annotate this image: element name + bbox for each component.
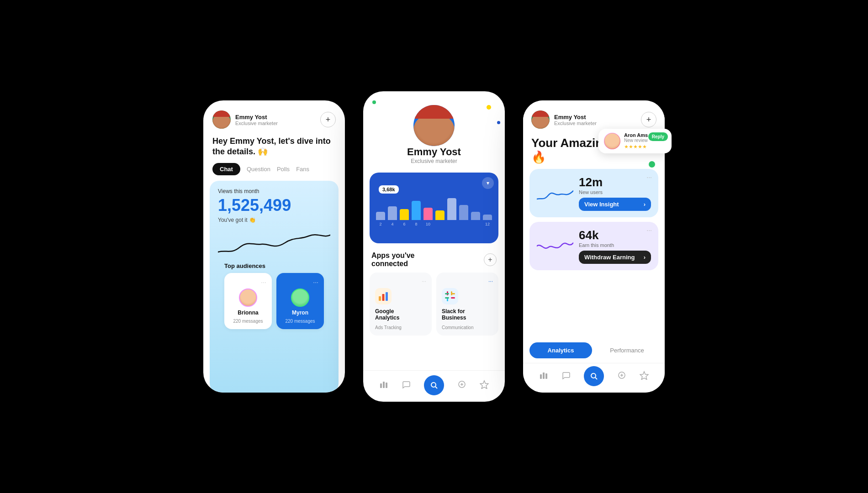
app-card-slack[interactable]: ··· Slack forBusiness Communica	[436, 273, 498, 336]
star-rating: ★★★★★	[624, 144, 648, 150]
nav-star-icon[interactable]	[480, 380, 489, 391]
svg-rect-18	[540, 374, 542, 379]
avatar	[413, 105, 455, 146]
earnings-sparkline	[537, 235, 573, 257]
dot-yellow	[487, 105, 491, 110]
svg-rect-12	[383, 382, 385, 388]
audience-name: Brionna	[238, 309, 258, 316]
svg-rect-20	[545, 373, 547, 379]
x-label: 10	[423, 222, 433, 226]
x-label: 6	[400, 222, 409, 226]
user-name: Emmy Yost	[554, 114, 636, 121]
audience-card-brionna[interactable]: ··· Brionna 220 messages	[224, 273, 272, 329]
tab-performance[interactable]: Performance	[596, 342, 658, 358]
audience-card-myron[interactable]: ··· Myron 220 messages	[276, 273, 324, 329]
app-menu-dots[interactable]: ···	[422, 278, 426, 284]
phone2-nav	[363, 370, 505, 402]
x-label	[435, 222, 445, 226]
phone-1: Emmy Yost Exclusive marketer + Hey Emmy …	[203, 100, 345, 393]
card-menu-dots[interactable]: ···	[646, 173, 652, 181]
analytics-icon	[375, 288, 392, 304]
audience-avatar	[239, 288, 257, 307]
card-menu-dots[interactable]: ···	[313, 278, 318, 286]
card-menu-dots[interactable]: ···	[646, 226, 652, 234]
stats-list: ··· 12m New users View Insight ›	[523, 164, 665, 339]
views-number: 1,525,499	[218, 196, 330, 215]
bar	[423, 208, 433, 220]
view-insight-button[interactable]: View Insight ›	[579, 198, 651, 211]
stat-info: 64k Earn this month Withdraw Earning ›	[579, 228, 651, 264]
action-label: Withdraw Earning	[584, 254, 635, 261]
x-label	[447, 222, 456, 226]
chart-chevron[interactable]: ▾	[482, 177, 494, 189]
greeting-text: Hey Emmy Yost, let's dive into the detai…	[203, 134, 345, 163]
views-label: Views this month	[218, 188, 330, 194]
bar	[412, 201, 421, 220]
stat-number: 64k	[579, 228, 651, 242]
nav-search-icon[interactable]	[424, 375, 444, 395]
add-button[interactable]: +	[641, 112, 656, 127]
reply-button[interactable]: Reply	[648, 132, 668, 141]
slack-icon	[442, 288, 458, 304]
users-sparkline	[537, 182, 573, 205]
user-role: Exclusive marketer	[235, 121, 316, 126]
tab-bar: Chat Question Polls Fans	[203, 163, 345, 181]
bottom-tab-bar: Analytics Performance	[523, 339, 665, 363]
svg-rect-5	[445, 293, 449, 294]
nav-star-icon[interactable]	[640, 371, 649, 382]
chart-x-axis: 2 4 6 8 10 12	[376, 222, 492, 226]
nav-bar-chart-icon[interactable]	[379, 380, 388, 391]
app-menu-dots[interactable]: ···	[488, 278, 493, 284]
chevron-right-icon: ›	[644, 201, 646, 208]
card-menu-dots[interactable]: ···	[261, 278, 266, 286]
svg-rect-2	[386, 292, 388, 301]
dot-blue	[497, 121, 500, 124]
svg-rect-19	[543, 372, 545, 379]
svg-rect-10	[451, 291, 452, 295]
phone2-header: Emmy Yost Exclusive marketer	[363, 91, 505, 169]
bar	[447, 198, 456, 220]
app-name: Slack forBusiness	[442, 308, 493, 321]
tab-chat[interactable]: Chat	[212, 163, 240, 175]
svg-point-21	[591, 373, 596, 378]
x-label	[471, 222, 480, 226]
notification-sub: New review	[624, 138, 648, 143]
phones-container: Emmy Yost Exclusive marketer + Hey Emmy …	[203, 91, 665, 402]
nav-search-icon[interactable]	[584, 366, 604, 386]
audiences-label: Top audiences	[224, 262, 324, 269]
reviewer-name: Aron Ams	[624, 132, 648, 138]
stat-label: New users	[579, 189, 651, 195]
notification-popup: Aron Ams New review ★★★★★ Reply	[598, 129, 672, 153]
svg-line-22	[595, 378, 597, 379]
bar	[483, 215, 492, 220]
avatar	[531, 110, 550, 129]
svg-rect-13	[386, 383, 387, 388]
phone1-header: Emmy Yost Exclusive marketer +	[203, 100, 345, 134]
tab-question[interactable]: Question	[247, 166, 270, 173]
audience-name: Myron	[292, 309, 308, 316]
svg-rect-0	[379, 296, 381, 301]
nav-message-icon[interactable]	[402, 380, 411, 391]
nav-message-icon[interactable]	[561, 371, 571, 382]
x-label: 12	[483, 222, 492, 226]
nav-bar-chart-icon[interactable]	[539, 371, 548, 382]
bar	[400, 209, 409, 220]
bar	[471, 212, 480, 220]
svg-marker-24	[640, 372, 648, 380]
withdraw-button[interactable]: Withdraw Earning ›	[579, 251, 651, 264]
apps-header: Apps you'veconnected +	[363, 247, 505, 271]
status-indicator	[647, 160, 656, 169]
app-card-analytics[interactable]: ··· GoogleAnalytics Ads Tracking	[370, 273, 432, 336]
add-button[interactable]: +	[320, 112, 336, 127]
nav-chat-icon[interactable]	[617, 371, 626, 382]
tab-fans[interactable]: Fans	[296, 166, 309, 173]
nav-chat-icon[interactable]	[457, 380, 466, 391]
tab-analytics[interactable]: Analytics	[529, 342, 592, 358]
reviewer-avatar	[604, 133, 620, 149]
add-app-button[interactable]: +	[484, 253, 497, 266]
stat-number: 12m	[579, 175, 651, 189]
stat-label: Earn this month	[579, 242, 651, 248]
svg-rect-1	[382, 294, 385, 301]
tab-polls[interactable]: Polls	[277, 166, 290, 173]
phone-3: Emmy Yost Exclusive marketer + Your Amaz…	[523, 100, 665, 393]
